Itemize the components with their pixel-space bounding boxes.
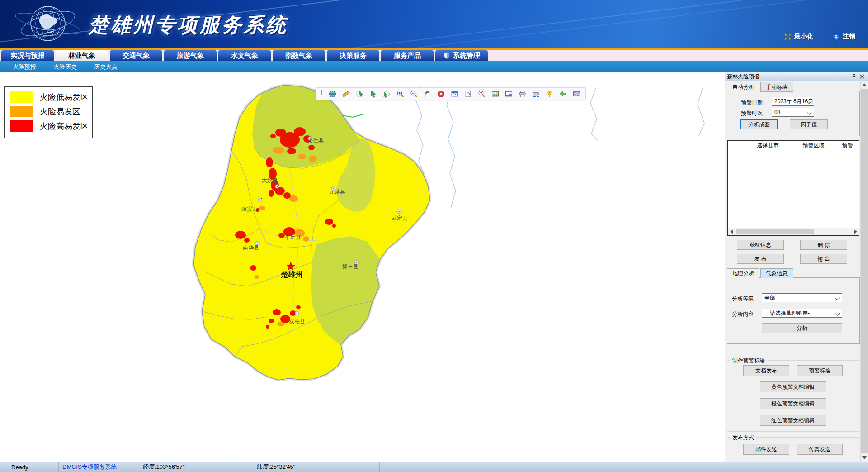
select-polygon-icon[interactable]	[382, 90, 391, 98]
stop-icon[interactable]	[437, 90, 445, 98]
map-overview-icon[interactable]	[572, 90, 581, 98]
auto-analysis-page: 预警日期 2023年 6月16日 预警时次 08 分析成图 因子值	[727, 91, 860, 136]
app-title: 楚雄州专项服务系统	[89, 12, 288, 38]
doc-edit-button-1[interactable]: 橙色预警文档编辑	[760, 398, 826, 409]
panel-tab-手动标绘[interactable]: 手动标绘	[760, 82, 793, 92]
date-select[interactable]: 2023年 6月16日	[772, 97, 814, 106]
list-column-header[interactable]: 预警	[836, 141, 859, 150]
refresh-icon[interactable]	[464, 90, 472, 98]
minimize-button[interactable]: 最小化	[784, 33, 813, 41]
send-button-0[interactable]: 邮件发送	[743, 444, 789, 455]
doc-edit-button-0[interactable]: 黄色预警文档编辑	[760, 381, 826, 392]
full-extent-window-icon[interactable]	[450, 90, 459, 98]
toolbar-grip[interactable]	[320, 90, 322, 97]
zoom-out-icon[interactable]	[410, 90, 418, 98]
lock-icon	[832, 33, 840, 41]
panel-title: 森林火险预报	[727, 73, 850, 81]
submenu-火险历史[interactable]: 火险历史	[53, 63, 77, 71]
tab-label: 实况与预报	[11, 52, 45, 60]
geo-analysis-page: 分析等级 分析内容 全部 一请选择地理图层- 分析	[727, 277, 860, 344]
print-preview-icon[interactable]	[532, 90, 540, 98]
map-label-元谋县: 元谋县	[329, 189, 345, 195]
measure-ruler-icon[interactable]	[342, 90, 350, 98]
map-label-禄丰县: 禄丰县	[342, 263, 359, 270]
analysis-level-select[interactable]: 全部	[762, 293, 842, 302]
image-export-icon[interactable]	[491, 90, 500, 98]
select-lasso-icon[interactable]	[355, 90, 364, 98]
tab-旅游气象[interactable]: 旅游气象	[164, 50, 217, 61]
time-value: 08	[774, 109, 780, 115]
status-latitude: 纬度:25°32'45"	[253, 462, 380, 472]
scroll-right-arrow[interactable]	[851, 228, 859, 235]
tab-实况与预报[interactable]: 实况与预报	[1, 50, 54, 61]
action-button-1[interactable]: 删 除	[800, 240, 847, 250]
analyze-map-button[interactable]: 分析成图	[740, 119, 778, 129]
time-select[interactable]: 08	[772, 108, 814, 117]
tab-系统管理[interactable]: 系统管理	[435, 50, 488, 61]
panel-sub-tabs: 地理分析气象信息	[727, 268, 794, 278]
panel-tab-地理分析[interactable]: 地理分析	[727, 268, 760, 278]
analyze-button[interactable]: 分析	[762, 323, 842, 333]
identify-icon[interactable]	[477, 90, 486, 98]
factor-value-button[interactable]: 因子值	[790, 119, 828, 129]
select-arrow-icon[interactable]	[369, 90, 377, 98]
list-column-header[interactable]: 选择县市	[745, 141, 791, 150]
tab-决策服务[interactable]: 决策服务	[326, 50, 380, 61]
print-icon[interactable]	[518, 90, 527, 98]
back-arrow-icon[interactable]	[559, 90, 567, 98]
pan-hand-icon[interactable]	[423, 90, 432, 98]
status-bar: Ready DMGIS专项服务系统 经度:103°56'57" 纬度:25°32…	[0, 462, 868, 472]
action-button-0[interactable]: 获取信息	[737, 240, 784, 250]
map-label-永仁县: 永仁县	[307, 138, 324, 144]
tab-交通气象[interactable]: 交通气象	[109, 50, 163, 61]
warning-list: 选择县市预警区域预警	[727, 140, 859, 236]
panel-tab-气象信息[interactable]: 气象信息	[760, 268, 793, 278]
vscroll-thumb[interactable]	[861, 89, 868, 453]
action-button-2[interactable]: 发 布	[737, 254, 784, 264]
zoom-in-icon[interactable]	[396, 90, 405, 98]
legend-item: 火险易发区	[10, 106, 92, 117]
legend-label: 火险易发区	[40, 106, 80, 117]
globe-icon[interactable]	[328, 90, 337, 98]
scroll-down-arrow[interactable]	[861, 454, 868, 462]
submenu-火险预报[interactable]: 火险预报	[13, 63, 36, 71]
submenu-历史火点[interactable]: 历史火点	[94, 63, 118, 71]
warning-list-hscrollbar[interactable]	[728, 228, 859, 235]
pin-icon[interactable]	[850, 73, 858, 80]
list-column-header[interactable]: 预警区域	[791, 141, 836, 150]
tab-label: 服务产品	[394, 52, 421, 60]
legend-swatch	[10, 91, 33, 103]
list-column-header[interactable]	[728, 141, 745, 150]
locate-pin-icon[interactable]	[545, 90, 554, 98]
publish-group-label: 发布方式	[730, 434, 756, 442]
tab-水文气象[interactable]: 水文气象	[218, 50, 271, 61]
map-export-icon[interactable]	[505, 90, 513, 98]
panel-scrollbar[interactable]	[860, 81, 868, 462]
map-canvas[interactable]: 永仁县元谋县大姚县姚安县武定县南华县牟定县禄丰县双柏县楚雄州	[0, 72, 725, 462]
plot-button-1[interactable]: 预警标绘	[797, 365, 843, 376]
warning-list-header: 选择县市预警区域预警	[728, 141, 859, 150]
action-button-3[interactable]: 输 出	[800, 254, 847, 264]
analysis-content-select[interactable]: 一请选择地理图层-	[762, 309, 842, 318]
logout-button[interactable]: 注销	[832, 33, 855, 41]
tab-林业气象[interactable]: 林业气象	[55, 50, 108, 61]
doc-edit-button-2[interactable]: 红色预警文档编辑	[760, 415, 826, 426]
panel-tab-自动分析[interactable]: 自动分析	[727, 82, 760, 92]
scroll-up-arrow[interactable]	[861, 81, 868, 89]
tab-label: 决策服务	[340, 52, 367, 60]
status-system-link[interactable]: DMGIS专项服务系统	[59, 462, 139, 472]
tab-服务产品[interactable]: 服务产品	[381, 50, 434, 61]
send-button-1[interactable]: 传真发送	[797, 444, 843, 455]
header-actions: 最小化 注销	[784, 33, 855, 41]
map-label-双柏县: 双柏县	[289, 318, 305, 324]
app-header: 楚雄州专项服务系统 最小化 注销	[0, 0, 868, 48]
map-label-南华县: 南华县	[243, 244, 259, 251]
chevron-down-icon	[835, 295, 840, 300]
close-icon[interactable]	[858, 73, 866, 80]
tab-label: 林业气象	[68, 52, 95, 60]
plot-button-0[interactable]: 文档发布	[743, 365, 789, 376]
tab-指数气象[interactable]: 指数气象	[272, 50, 326, 61]
status-ready: Ready	[0, 462, 59, 472]
hscroll-thumb[interactable]	[736, 229, 814, 234]
scroll-left-arrow[interactable]	[728, 228, 736, 235]
